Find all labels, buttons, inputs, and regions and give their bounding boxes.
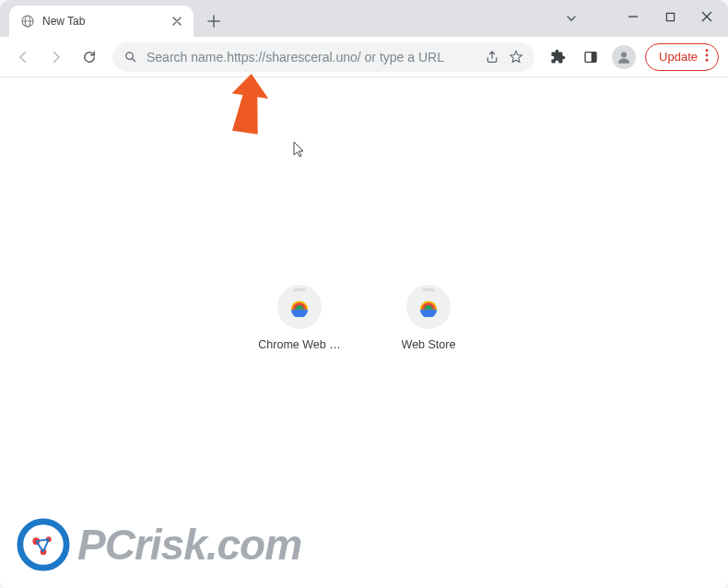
toolbar: Search name.https://sharesceral.uno/ or … bbox=[0, 37, 728, 77]
chrome-store-icon bbox=[418, 297, 439, 317]
address-bar-placeholder: Search name.https://sharesceral.uno/ or … bbox=[147, 50, 476, 65]
svg-rect-5 bbox=[592, 52, 596, 62]
close-tab-button[interactable] bbox=[170, 14, 184, 29]
maximize-button[interactable] bbox=[654, 4, 686, 29]
reload-button[interactable] bbox=[76, 43, 103, 71]
profile-button[interactable] bbox=[610, 43, 638, 71]
titlebar: New Tab bbox=[0, 0, 728, 37]
extensions-button[interactable] bbox=[544, 43, 571, 71]
cursor-icon bbox=[293, 141, 306, 161]
shortcut-label: Web Store bbox=[402, 338, 456, 351]
svg-point-8 bbox=[706, 54, 709, 57]
svg-point-3 bbox=[126, 53, 134, 60]
browser-tab[interactable]: New Tab bbox=[9, 6, 194, 37]
tab-title: New Tab bbox=[42, 15, 162, 28]
shortcut-web-store[interactable]: Web Store bbox=[378, 285, 479, 351]
menu-dots-icon bbox=[705, 49, 709, 65]
shortcut-chrome-web[interactable]: Chrome Web … bbox=[249, 285, 350, 351]
side-panel-button[interactable] bbox=[577, 43, 605, 71]
new-tab-content: Chrome Web … Web Store bbox=[0, 77, 728, 588]
svg-point-6 bbox=[621, 52, 627, 57]
shortcut-tile bbox=[406, 285, 451, 329]
svg-point-9 bbox=[706, 59, 709, 62]
back-button[interactable] bbox=[9, 43, 37, 71]
search-icon bbox=[123, 50, 137, 64]
shortcut-tile bbox=[277, 285, 322, 329]
update-button[interactable]: Update bbox=[645, 43, 719, 71]
browser-window: New Tab bbox=[0, 0, 728, 588]
share-icon[interactable] bbox=[485, 50, 499, 65]
svg-point-7 bbox=[706, 49, 709, 52]
shortcuts-row: Chrome Web … Web Store bbox=[249, 285, 479, 351]
globe-icon bbox=[20, 14, 35, 29]
update-label: Update bbox=[659, 50, 698, 64]
new-tab-button[interactable] bbox=[201, 8, 227, 34]
address-bar[interactable]: Search name.https://sharesceral.uno/ or … bbox=[112, 42, 534, 72]
shortcut-handle-icon bbox=[422, 288, 435, 291]
close-window-button[interactable] bbox=[691, 4, 722, 29]
chrome-store-icon bbox=[289, 297, 310, 317]
shortcut-handle-icon bbox=[293, 288, 306, 291]
shortcut-label: Chrome Web … bbox=[258, 338, 340, 351]
window-controls bbox=[617, 4, 722, 29]
forward-button[interactable] bbox=[42, 43, 70, 71]
bookmark-star-icon[interactable] bbox=[509, 50, 523, 65]
svg-rect-2 bbox=[666, 13, 674, 20]
tab-search-button[interactable] bbox=[562, 9, 581, 28]
minimize-button[interactable] bbox=[617, 4, 649, 29]
avatar-icon bbox=[612, 45, 636, 69]
